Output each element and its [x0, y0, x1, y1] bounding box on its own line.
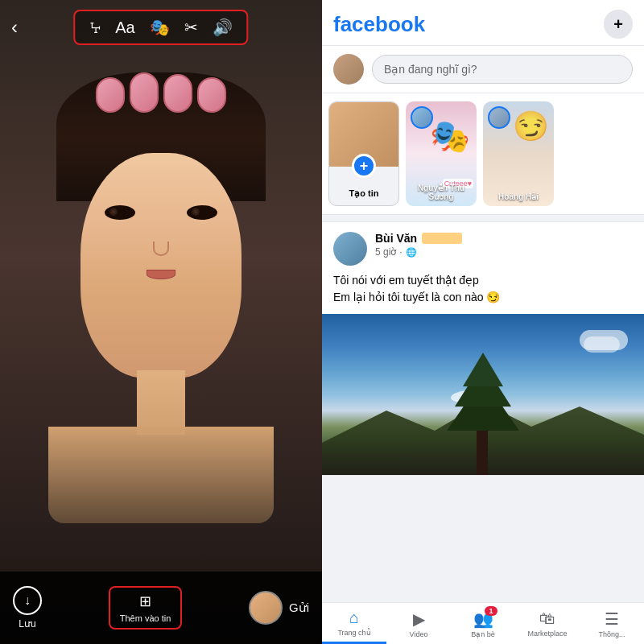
nav-marketplace-label: Marketplace [527, 630, 567, 638]
shoulders [48, 427, 274, 523]
story-card-hoang[interactable]: 😏 Hoàng Hải [483, 101, 554, 206]
post-author-badge [422, 233, 462, 244]
nav-home-label: Trang chủ [337, 629, 370, 637]
roller-1 [96, 77, 125, 113]
send-button[interactable]: Gửi [289, 601, 309, 615]
neck [137, 370, 185, 435]
add-story-label: Thêm vào tin [120, 613, 171, 623]
story-editor-panel: ‹ ꕴ Aa 🎭 ✂ 🔊 ↓ Lưu ⊞ Thêm vào tin Gửi [0, 0, 322, 644]
post-line2: Em lại hỏi tôi tuyết là con nào 😏 [333, 289, 633, 306]
eyes-area [105, 205, 217, 220]
create-story-image: + [329, 102, 398, 167]
create-story-label: Tạo tin [329, 188, 398, 199]
nav-video-label: Video [410, 630, 428, 638]
send-area: Gửi [249, 591, 309, 625]
nav-marketplace[interactable]: 🛍 Marketplace [515, 603, 580, 644]
roller-2 [130, 72, 159, 113]
roller-3 [163, 74, 192, 113]
hoang-avatar [488, 106, 510, 129]
post-meta: 5 giờ · 🌐 [375, 246, 633, 258]
post-privacy-separator: · [399, 246, 402, 258]
face-skin [80, 153, 242, 378]
user-status-avatar [333, 54, 364, 85]
nguyen-avatar [411, 106, 433, 129]
right-eye [187, 205, 217, 220]
post-header: Bùi Văn 5 giờ · 🌐 [322, 222, 644, 272]
stories-row: + Tạo tin 🎭 Cuteee♥ Nguyễn Thu Sương [322, 93, 644, 215]
mouth [147, 270, 175, 279]
status-bar: Bạn đang nghĩ gì? [322, 46, 644, 93]
more-icon: ☰ [605, 609, 619, 629]
text-tool-icon[interactable]: Aa [115, 19, 134, 37]
user-avatar [249, 591, 283, 625]
draw-tool-icon[interactable]: ꕴ [89, 19, 101, 37]
editor-toolbar: ꕴ Aa 🎭 ✂ 🔊 [73, 10, 248, 45]
post-author-avatar [333, 232, 367, 266]
facebook-panel: facebook + Bạn đang nghĩ gì? + Tạo tin [322, 0, 644, 644]
nav-more[interactable]: ☰ Thông... [580, 603, 644, 644]
video-icon: ▶ [413, 609, 425, 629]
post-privacy-icon: 🌐 [406, 247, 417, 258]
sticker-tool-icon[interactable]: 🎭 [150, 18, 170, 37]
add-story-icon: ⊞ [139, 592, 151, 610]
nav-more-label: Thông... [598, 630, 625, 638]
story-bottom-controls: ↓ Lưu ⊞ Thêm vào tin Gửi [0, 572, 322, 644]
story-card-nguyen[interactable]: 🎭 Cuteee♥ Nguyễn Thu Sương [406, 101, 477, 206]
post-text: Tôi nói với em tuyết thật đẹp Em lại hỏi… [322, 272, 644, 314]
add-to-story-button[interactable]: ⊞ Thêm vào tin [109, 586, 183, 630]
facebook-header: facebook + [322, 0, 644, 46]
tree-layer-3 [463, 353, 503, 386]
nav-video[interactable]: ▶ Video [386, 603, 451, 644]
create-button[interactable]: + [604, 10, 633, 39]
save-icon: ↓ [13, 586, 42, 615]
create-story-plus-icon: + [352, 154, 376, 178]
facebook-logo: facebook [333, 12, 425, 37]
marketplace-icon: 🛍 [539, 609, 555, 628]
nose [153, 242, 169, 256]
status-input[interactable]: Bạn đang nghĩ gì? [372, 55, 633, 84]
post-image [322, 314, 644, 475]
nav-friends[interactable]: 👥 Bạn bè 1 [451, 603, 515, 644]
post-author-info: Bùi Văn 5 giờ · 🌐 [375, 232, 633, 258]
home-icon: ⌂ [349, 609, 359, 627]
post-time: 5 giờ [375, 246, 396, 258]
facebook-content[interactable]: Bạn đang nghĩ gì? + Tạo tin 🎭 Cutee [322, 46, 644, 602]
post-card: Bùi Văn 5 giờ · 🌐 Tôi nói với em tuyết t… [322, 221, 644, 476]
portrait-content [32, 32, 290, 596]
friends-badge: 1 [485, 606, 497, 616]
hoang-story-name: Hoàng Hải [483, 192, 554, 201]
cloud-2 [584, 336, 620, 353]
nguyen-story-name: Nguyễn Thu Sương [406, 184, 477, 201]
save-button[interactable]: ↓ Lưu [13, 586, 42, 630]
roller-4 [197, 77, 226, 113]
scissors-tool-icon[interactable]: ✂ [184, 18, 198, 37]
create-story-card[interactable]: + Tạo tin [328, 101, 399, 206]
save-label: Lưu [19, 618, 35, 630]
nav-friends-label: Bạn bè [471, 630, 495, 638]
facebook-bottom-nav: ⌂ Trang chủ ▶ Video 👥 Bạn bè 1 🛍 Marketp… [322, 602, 644, 644]
nav-home[interactable]: ⌂ Trang chủ [322, 603, 386, 644]
audio-tool-icon[interactable]: 🔊 [213, 18, 233, 37]
post-line1: Tôi nói với em tuyết thật đẹp [333, 272, 633, 289]
post-author-name-row: Bùi Văn [375, 232, 633, 245]
post-author-name: Bùi Văn [375, 232, 417, 245]
back-button[interactable]: ‹ [11, 16, 18, 39]
left-eye [105, 205, 135, 220]
hair-rollers-area [64, 48, 258, 113]
